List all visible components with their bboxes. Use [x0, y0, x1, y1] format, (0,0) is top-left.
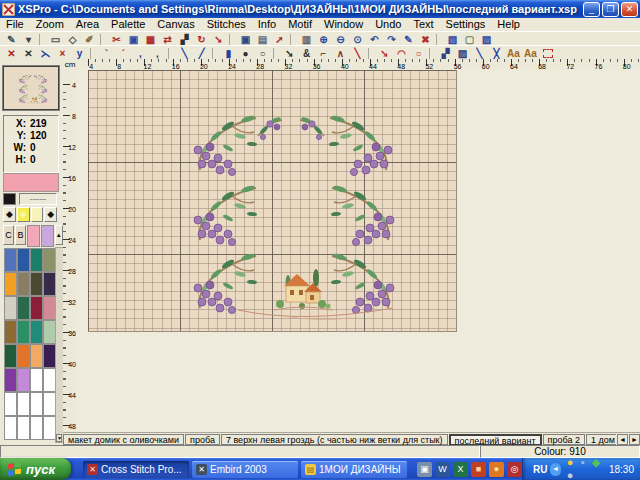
palette-swatch[interactable]: [30, 272, 43, 296]
copy-button[interactable]: ▣: [125, 33, 142, 46]
three-quarter-stitch-button[interactable]: ⋋: [37, 47, 54, 60]
monitor-icon[interactable]: ▣: [417, 462, 432, 477]
pattern-tab[interactable]: 7 верхн левая гроздь (с частью ниж ветки…: [221, 434, 448, 445]
french-knot-button[interactable]: ➘: [281, 47, 298, 60]
separator[interactable]: [212, 48, 218, 59]
palette-swatch[interactable]: [27, 225, 40, 247]
tray-collapse-chevron[interactable]: ◄: [550, 463, 560, 476]
zoom-out-button[interactable]: ⊖: [332, 33, 349, 46]
zoom-in-button[interactable]: ⊕: [315, 33, 332, 46]
undo-button[interactable]: ↶: [366, 33, 383, 46]
separator[interactable]: [436, 34, 442, 45]
palette-swatch[interactable]: [17, 272, 30, 296]
couching-button[interactable]: ⌐: [315, 47, 332, 60]
excel-icon[interactable]: X: [453, 462, 468, 477]
separator[interactable]: [100, 34, 106, 45]
separator[interactable]: [39, 34, 45, 45]
palette-swatch[interactable]: [17, 392, 30, 416]
separator[interactable]: [229, 34, 235, 45]
curve-stitch-button[interactable]: ➘: [376, 47, 393, 60]
motif-library-button[interactable]: ▞: [437, 47, 454, 60]
straight-stitch-button[interactable]: ╲: [349, 47, 366, 60]
palette-swatch[interactable]: [4, 344, 17, 368]
palette-swatch[interactable]: [30, 392, 43, 416]
print-button[interactable]: ▤: [254, 33, 271, 46]
tray-coin-icon[interactable]: ●: [564, 456, 577, 469]
hatch-2-button[interactable]: ╳: [488, 47, 505, 60]
pattern-fill-button[interactable]: ▨: [454, 47, 471, 60]
palette-swatch[interactable]: [17, 320, 30, 344]
palette-swatch[interactable]: [30, 416, 43, 440]
separator[interactable]: [368, 48, 374, 59]
quarter-stitch-bl-button[interactable]: ,: [132, 47, 149, 60]
black-symbol-swatch[interactable]: [3, 193, 16, 205]
palette-swatch[interactable]: [4, 296, 17, 320]
vertical-stitch-button[interactable]: ▮: [220, 47, 237, 60]
brush-tool-button[interactable]: ✎: [3, 33, 20, 46]
orange-app-icon[interactable]: ●: [489, 462, 504, 477]
bead-open-button[interactable]: ○: [254, 47, 271, 60]
task-moi-dizainy-folder[interactable]: ▤1МОИ ДИЗАЙНЫ: [301, 461, 407, 478]
pattern-preview[interactable]: [3, 66, 59, 110]
tray-antivirus-icon[interactable]: ◆: [590, 456, 603, 469]
screen-view-button[interactable]: ▣: [237, 33, 254, 46]
full-cross-stitch-button[interactable]: ✕: [3, 47, 20, 60]
y-stitch-button[interactable]: y: [71, 47, 88, 60]
tab-scroll-left[interactable]: ◄: [617, 434, 628, 445]
menu-item[interactable]: Palette: [105, 18, 151, 31]
brush-dropdown[interactable]: ▾: [20, 33, 37, 46]
menu-item[interactable]: File: [0, 18, 30, 31]
zoom-100-button[interactable]: ⊙: [349, 33, 366, 46]
palette-swatch[interactable]: [41, 225, 54, 247]
tray-volume-icon[interactable]: ●: [564, 469, 577, 480]
stitch-grid-canvas[interactable]: [88, 70, 457, 332]
separator[interactable]: [168, 48, 174, 59]
export-page-button[interactable]: ▨: [478, 33, 495, 46]
task-embird-2003[interactable]: ✕Embird 2003: [192, 461, 298, 478]
text-large-button[interactable]: Aa: [522, 47, 539, 60]
rotate-button[interactable]: ↻: [193, 33, 210, 46]
menu-item[interactable]: Settings: [440, 18, 492, 31]
fly-stitch-button[interactable]: ∧: [332, 47, 349, 60]
close-button[interactable]: ✕: [621, 2, 638, 17]
palette-scroll-down[interactable]: ▼: [56, 434, 62, 442]
quarter-stitch-tl-button[interactable]: `: [98, 47, 115, 60]
menu-item[interactable]: Stitches: [201, 18, 252, 31]
word-icon[interactable]: W: [435, 462, 450, 477]
menu-item[interactable]: Zoom: [30, 18, 70, 31]
palette-swatch[interactable]: [17, 296, 30, 320]
quarter-stitch-tr-button[interactable]: ´: [115, 47, 132, 60]
symbol-diamond-button[interactable]: ◆: [44, 207, 57, 222]
palette-swatch[interactable]: [30, 344, 43, 368]
palette-swatch[interactable]: [17, 368, 30, 392]
rect-select-button[interactable]: ▭: [47, 33, 64, 46]
symbol-black-diamond-button[interactable]: ◆: [3, 207, 16, 222]
palette-c-button[interactable]: C: [3, 225, 14, 245]
palette-scroll-up[interactable]: ▲: [55, 225, 63, 245]
symbol-yellow-active-button[interactable]: ◆: [17, 207, 30, 222]
separator[interactable]: [90, 48, 96, 59]
menu-item[interactable]: Window: [318, 18, 369, 31]
start-button[interactable]: пуск: [0, 458, 71, 480]
menu-item[interactable]: Text: [407, 18, 439, 31]
cut-button[interactable]: ✂: [108, 33, 125, 46]
circle-stitch-button[interactable]: ○: [410, 47, 427, 60]
pointer-button[interactable]: ➚: [271, 33, 288, 46]
separator[interactable]: [429, 48, 435, 59]
half-stitch-button[interactable]: ✕: [20, 47, 37, 60]
menu-item[interactable]: Info: [252, 18, 282, 31]
lazy-daisy-button[interactable]: &: [298, 47, 315, 60]
selection-marquee-button[interactable]: [539, 47, 556, 60]
app-red-icon[interactable]: ■: [471, 462, 486, 477]
flip-button[interactable]: ⇄: [159, 33, 176, 46]
language-indicator[interactable]: RU: [533, 464, 547, 475]
separator[interactable]: [290, 34, 296, 45]
palette-swatch[interactable]: [17, 416, 30, 440]
symbol-pale-button[interactable]: [31, 207, 44, 222]
target-app-icon[interactable]: ◎: [507, 462, 522, 477]
palette-swatch[interactable]: [30, 248, 43, 272]
pattern-tab[interactable]: 1 дом (не весь для стыковки): [586, 434, 616, 445]
freehand-select-button[interactable]: ✐: [81, 33, 98, 46]
menu-item[interactable]: Help: [491, 18, 526, 31]
bead-filled-button[interactable]: ●: [237, 47, 254, 60]
